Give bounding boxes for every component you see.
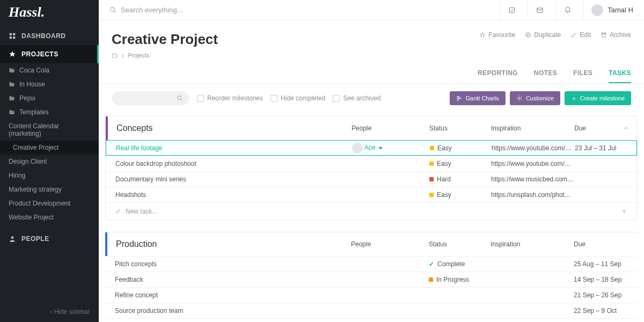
task-row[interactable]: Pre-production 13 Oct – 16 Oct xyxy=(105,318,638,322)
task-name: Colour backdrop photoshoot xyxy=(115,160,352,167)
svg-rect-16 xyxy=(457,98,461,99)
tabs: REPORTINGNOTESFILESTASKS xyxy=(99,62,644,84)
star-icon xyxy=(9,50,16,58)
reorder-checkbox[interactable]: Reorder milestones xyxy=(197,94,263,102)
sidebar-project[interactable]: Marketing strategy xyxy=(0,182,99,196)
task-due[interactable]: 22 Sep – 9 Oct xyxy=(574,307,630,314)
task-row[interactable]: Feedback In Progress 14 Sep – 18 Sep xyxy=(105,272,638,287)
mail-icon-button[interactable] xyxy=(528,0,551,20)
svg-rect-17 xyxy=(457,100,459,101)
task-status[interactable]: Hard xyxy=(429,175,491,183)
search-input[interactable]: Search everything... xyxy=(109,6,495,14)
avatar xyxy=(591,4,603,16)
milestone-header[interactable]: Concepts People Status Inspiration Due xyxy=(106,116,637,140)
task-due[interactable]: 14 Sep – 18 Sep xyxy=(574,276,630,283)
svg-point-4 xyxy=(11,236,14,239)
duplicate-button[interactable]: Duplicate xyxy=(525,31,561,39)
sidebar-project[interactable]: Hiring xyxy=(0,169,99,182)
task-status[interactable]: Easy xyxy=(430,144,492,152)
copy-icon xyxy=(525,32,531,38)
task-inspiration[interactable]: https://www.musicbed.com/blo… xyxy=(491,175,574,183)
sidebar-project[interactable]: Website Project xyxy=(0,210,99,224)
filter-search[interactable] xyxy=(112,91,189,105)
customize-button[interactable]: Customize xyxy=(510,91,560,105)
nav-projects[interactable]: PROJECTS xyxy=(0,45,99,63)
folder-icon xyxy=(9,81,15,87)
task-people[interactable]: Ace xyxy=(352,143,430,153)
plus-icon: ＋ xyxy=(571,94,577,103)
edit-button[interactable]: Edit xyxy=(570,31,591,39)
task-row[interactable]: Documentary mini series Hard https://www… xyxy=(106,171,637,187)
create-milestone-button[interactable]: ＋Create milestone xyxy=(565,91,631,105)
hide-sidebar[interactable]: ‹ Hide sidebar xyxy=(0,302,99,322)
breadcrumb[interactable]: › Projects xyxy=(99,48,644,58)
task-name: Feedback xyxy=(115,276,351,283)
task-row[interactable]: Headshots Easy https://unsplash.com/phot… xyxy=(106,187,637,202)
task-name: Headshots xyxy=(115,191,352,199)
add-task-button[interactable]: ＋ xyxy=(621,207,627,216)
folder-icon xyxy=(9,95,15,101)
check-icon: ✓ xyxy=(429,260,434,268)
task-due[interactable]: 23 Jul – 31 Jul xyxy=(575,144,629,152)
svg-rect-2 xyxy=(10,36,12,39)
tab-files[interactable]: FILES xyxy=(573,69,592,83)
gear-icon xyxy=(516,95,523,101)
archive-button[interactable]: Archive xyxy=(601,31,631,39)
task-due[interactable]: 25 Aug – 11 Sep xyxy=(574,260,630,268)
status-dot xyxy=(429,177,434,181)
sidebar-folder[interactable]: Templates xyxy=(0,105,99,119)
sidebar-project[interactable]: Content Calendar (marketing) xyxy=(0,119,99,141)
task-status[interactable]: In Progress xyxy=(429,276,491,283)
svg-point-13 xyxy=(178,96,181,100)
status-dot xyxy=(429,193,434,197)
user-menu[interactable]: Tamal H xyxy=(583,0,633,20)
sidebar-folder[interactable]: In House xyxy=(0,77,99,91)
task-due[interactable]: 21 Sep – 26 Sep xyxy=(574,291,630,299)
task-row[interactable]: Refine concept 21 Sep – 26 Sep xyxy=(105,287,638,303)
gantt-button[interactable]: Gantt Charts xyxy=(450,91,506,105)
task-status[interactable]: Easy xyxy=(429,191,491,199)
sidebar-project[interactable]: Creative Project xyxy=(0,141,99,155)
milestone-title: Production xyxy=(115,239,351,249)
task-inspiration[interactable]: https://www.youtube.com/watc… xyxy=(491,160,574,167)
bell-icon-button[interactable] xyxy=(555,0,579,20)
sidebar-project[interactable]: Design Client xyxy=(0,155,99,169)
svg-rect-7 xyxy=(509,8,514,12)
milestone-header[interactable]: Production People Status Inspiration Due xyxy=(105,232,638,256)
task-inspiration[interactable]: https://unsplash.com/photos/… xyxy=(491,191,574,199)
status-dot xyxy=(429,162,434,166)
nav-people[interactable]: PEOPLE xyxy=(0,230,99,248)
chevron-up-icon[interactable] xyxy=(623,125,630,131)
task-name: Pitch concepts xyxy=(115,260,351,268)
tab-notes[interactable]: NOTES xyxy=(534,69,557,83)
main: Search everything... Tamal H Creative Pr… xyxy=(99,0,644,322)
nav-dashboard[interactable]: DASHBOARD xyxy=(0,27,99,45)
task-name: Documentary mini series xyxy=(115,175,352,183)
sidebar-folder[interactable]: Pepsi xyxy=(0,91,99,105)
sidebar-folder[interactable]: Coca Cola xyxy=(0,63,99,77)
task-row[interactable]: Source production team 22 Sep – 9 Oct xyxy=(105,303,638,318)
svg-line-14 xyxy=(181,99,182,101)
task-row[interactable]: Pitch concepts ✓Complete 25 Aug – 11 Sep xyxy=(105,256,638,272)
task-status[interactable]: ✓Complete xyxy=(429,260,491,268)
search-icon xyxy=(177,95,183,101)
favourite-button[interactable]: Favourite xyxy=(479,31,515,39)
task-status[interactable]: Easy xyxy=(429,160,491,167)
new-task-input[interactable]: New task...＋ xyxy=(106,202,637,219)
task-row[interactable]: Real life footage Ace Easy https://www.y… xyxy=(106,140,637,156)
people-icon xyxy=(9,235,16,243)
toolbar: Reorder milestones Hide completed See ar… xyxy=(99,84,644,113)
svg-rect-0 xyxy=(10,33,12,35)
see-archived-checkbox[interactable]: See archived xyxy=(333,94,380,102)
search-icon xyxy=(109,6,116,13)
task-row[interactable]: Colour backdrop photoshoot Easy https://… xyxy=(106,156,637,171)
topbar: Search everything... Tamal H xyxy=(99,0,644,20)
tab-reporting[interactable]: REPORTING xyxy=(478,69,518,83)
hide-completed-checkbox[interactable]: Hide completed xyxy=(270,94,325,102)
star-icon xyxy=(479,32,486,38)
task-inspiration[interactable]: https://www.youtube.com/watc… xyxy=(492,144,575,152)
sidebar-project[interactable]: Product Development xyxy=(0,196,99,210)
tasks-icon-button[interactable] xyxy=(500,0,523,20)
tab-tasks[interactable]: TASKS xyxy=(609,69,631,83)
svg-rect-10 xyxy=(526,33,529,36)
